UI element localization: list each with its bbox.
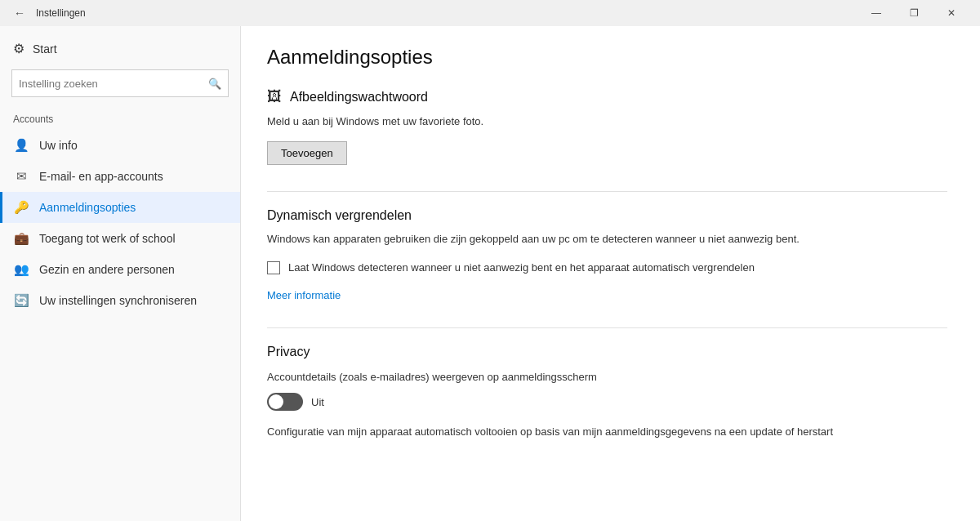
toggle-row-privacy[interactable]: Uit (267, 393, 947, 411)
toggle-knob (269, 394, 283, 409)
checkbox-detecteren[interactable] (267, 261, 280, 274)
sidebar-item-email-label: E-mail- en app-accounts (39, 170, 163, 183)
divider-1 (267, 191, 947, 192)
briefcase-icon: 💼 (13, 231, 29, 246)
sidebar-item-aanmeldingsopties-label: Aanmeldingsopties (39, 201, 136, 214)
sidebar-item-gezin-label: Gezin en andere personen (39, 263, 175, 276)
section-dynamisch: Dynamisch vergrendelen Windows kan appar… (267, 208, 947, 301)
gear-icon: ⚙ (13, 41, 24, 56)
titlebar-title: Instellingen (36, 7, 858, 19)
titlebar-controls: — ❐ ✕ (858, 0, 970, 26)
section-title-dynamisch: Dynamisch vergrendelen (267, 208, 412, 223)
user-icon: 👤 (13, 138, 29, 153)
sidebar-section-label: Accounts (0, 110, 240, 130)
sidebar-item-toegang[interactable]: 💼 Toegang tot werk of school (0, 223, 240, 254)
toggle-accountdetails[interactable] (267, 393, 303, 411)
sync-icon: 🔄 (13, 293, 29, 308)
dynamisch-desc: Windows kan apparaten gebruiken die zijn… (267, 231, 947, 247)
search-icon: 🔍 (208, 78, 221, 90)
afbeeldingswachtwoord-desc: Meld u aan bij Windows met uw favoriete … (267, 114, 947, 130)
toevoegen-button[interactable]: Toevoegen (267, 141, 347, 165)
titlebar: ← Instellingen — ❐ ✕ (0, 0, 980, 26)
minimize-button[interactable]: — (858, 0, 895, 26)
key-icon: 🔑 (13, 200, 29, 215)
sidebar-item-email[interactable]: ✉ E-mail- en app-accounts (0, 161, 240, 192)
app-body: ⚙ Start 🔍 Accounts 👤 Uw info ✉ E-mail- e… (0, 26, 980, 521)
page-title: Aanmeldingsopties (267, 46, 947, 69)
back-icon: ← (14, 7, 25, 20)
sidebar-start-label: Start (33, 42, 57, 56)
toggle-label-uit: Uit (311, 396, 324, 408)
section-header-afbeeldingswachtwoord: 🖼 Afbeeldingswachtwoord (267, 88, 947, 105)
sidebar-item-synchroniseren-label: Uw instellingen synchroniseren (39, 294, 197, 307)
checkbox-label-detecteren: Laat Windows detecteren wanneer u niet a… (288, 260, 755, 276)
section-afbeeldingswachtwoord: 🖼 Afbeeldingswachtwoord Meld u aan bij W… (267, 88, 947, 165)
sidebar-search-box[interactable]: 🔍 (11, 69, 229, 97)
section-title-afbeeldingswachtwoord: Afbeeldingswachtwoord (290, 90, 428, 105)
section-header-dynamisch: Dynamisch vergrendelen (267, 208, 947, 223)
main-content: Aanmeldingsopties 🖼 Afbeeldingswachtwoor… (241, 26, 980, 521)
sidebar-item-uw-info[interactable]: 👤 Uw info (0, 130, 240, 161)
sidebar-item-start[interactable]: ⚙ Start (0, 26, 240, 66)
section-privacy: Privacy Accountdetails (zoals e-mailadre… (267, 345, 947, 440)
privacy-title: Privacy (267, 345, 947, 359)
sidebar-item-synchroniseren[interactable]: 🔄 Uw instellingen synchroniseren (0, 285, 240, 316)
email-icon: ✉ (13, 169, 29, 184)
image-icon: 🖼 (267, 88, 282, 105)
close-button[interactable]: ✕ (933, 0, 970, 26)
group-icon: 👥 (13, 262, 29, 277)
meer-informatie-link[interactable]: Meer informatie (267, 289, 947, 301)
divider-2 (267, 327, 947, 328)
search-input[interactable] (19, 78, 208, 90)
sidebar-item-aanmeldingsopties[interactable]: 🔑 Aanmeldingsopties (0, 192, 240, 223)
sidebar-item-gezin[interactable]: 👥 Gezin en andere personen (0, 254, 240, 285)
back-button[interactable]: ← (10, 3, 29, 23)
privacy-desc2: Configuratie van mijn apparaat automatis… (267, 424, 947, 440)
checkbox-row[interactable]: Laat Windows detecteren wanneer u niet a… (267, 260, 947, 276)
sidebar-item-uw-info-label: Uw info (39, 139, 78, 152)
sidebar-item-toegang-label: Toegang tot werk of school (39, 232, 176, 245)
restore-button[interactable]: ❐ (895, 0, 933, 26)
privacy-desc1: Accountdetails (zoals e-mailadres) weerg… (267, 369, 947, 385)
sidebar: ⚙ Start 🔍 Accounts 👤 Uw info ✉ E-mail- e… (0, 26, 241, 521)
